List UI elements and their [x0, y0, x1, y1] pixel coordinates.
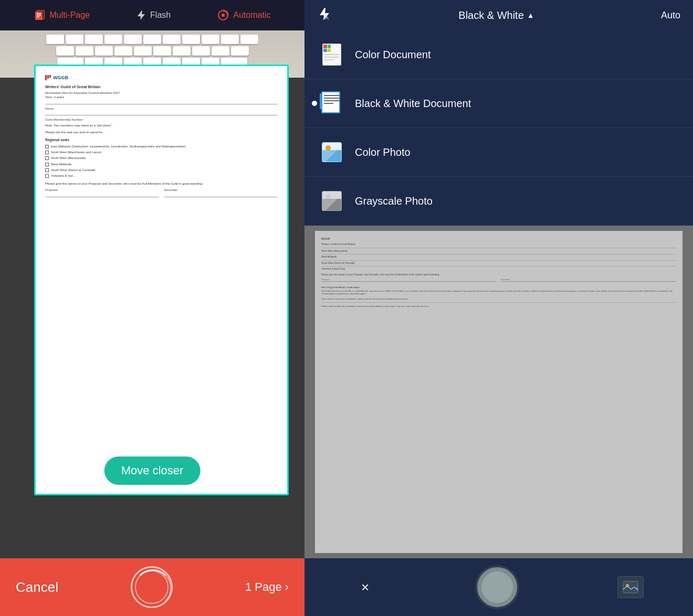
preview-line [321, 266, 676, 267]
document-frame: WGGB Writers' Guild of Great Britain Nom… [34, 65, 289, 495]
preview-declaration-note: If you need to make such a declaration, … [321, 298, 676, 300]
doc-subtitle1: Nomination form for Executive Council el… [45, 91, 278, 95]
membership-line [45, 115, 278, 115]
flash-icon [136, 9, 146, 21]
right-bottom-bar: × [304, 558, 693, 616]
doc-lines [324, 54, 339, 60]
dropdown-options-list: Color Document [304, 30, 693, 226]
cs-blue [323, 49, 327, 52]
capture-arc [134, 569, 172, 607]
page-count-button[interactable]: 1 Page › [245, 580, 289, 594]
option-grayscale-photo-label: Grayscale Photo [355, 195, 433, 207]
mode-title-text: Black & White [458, 9, 523, 22]
doc-logo: WGGB [45, 75, 278, 81]
region-checkbox-5 [45, 168, 49, 172]
key [95, 46, 113, 56]
option-grayscale-photo[interactable]: Grayscale Photo [304, 177, 693, 226]
cs-red [323, 45, 327, 48]
region-row-6: Yorkshire & Nor... [45, 174, 278, 178]
key [240, 35, 258, 44]
preview-line [321, 302, 676, 303]
key [182, 35, 200, 44]
flash-a-icon: A [317, 7, 332, 22]
key [173, 46, 191, 56]
key [212, 46, 229, 56]
camera-panel: WGGB Writers' Guild of Great Britain Nom… [0, 30, 304, 558]
logo-bar [49, 75, 51, 78]
option-color-photo[interactable]: Color Photo [304, 128, 693, 177]
gallery-icon [623, 581, 638, 593]
logo-bar [45, 75, 47, 80]
doc-line [324, 59, 333, 60]
bw-line [324, 103, 333, 104]
key [231, 46, 249, 56]
bw-doc-lines [324, 95, 340, 105]
key [56, 46, 74, 56]
key [143, 35, 161, 44]
auto-label: Auto [661, 10, 680, 21]
key [85, 35, 103, 44]
preview-rule-text: "A Full Member who is in benefit, or a L… [321, 290, 676, 295]
seconder-label: Seconder [164, 188, 278, 192]
cs-yellow [328, 49, 331, 52]
key [104, 35, 122, 44]
flash-button[interactable]: Flash [136, 9, 171, 21]
grayscale-photo-icon [319, 188, 344, 214]
automatic-button[interactable]: Automatic [217, 9, 270, 21]
color-document-icon [319, 42, 344, 67]
logo-bar [47, 75, 49, 79]
key [153, 46, 171, 56]
cs-green [328, 45, 331, 48]
region-checkbox-6 [45, 174, 49, 178]
key [221, 35, 239, 44]
preview-text: West Midlands [321, 256, 676, 259]
multipage-icon [34, 9, 46, 21]
svg-text:A: A [326, 15, 329, 20]
seconder-field: Seconder [164, 188, 278, 199]
capture-inner [135, 570, 169, 604]
capture-button[interactable] [131, 566, 173, 608]
bw-document-icon [319, 91, 344, 116]
key [163, 35, 181, 44]
multipage-button[interactable]: Multi-Page [34, 9, 90, 21]
membership-label: Guild Membership Number [45, 118, 278, 122]
region-row-3: North West (Merseyside) [45, 156, 278, 160]
gallery-button[interactable] [617, 576, 644, 598]
key [192, 46, 210, 56]
bottom-area: Cancel 1 Page › × [0, 558, 693, 616]
key [46, 35, 64, 44]
option-color-document[interactable]: Color Document [304, 30, 693, 79]
mode-title[interactable]: Black & White ▲ [458, 9, 534, 22]
preview-area: WGGB Writers' Guild of Great Britain Nor… [304, 226, 693, 558]
left-bottom-bar: Cancel 1 Page › [0, 558, 304, 616]
region-checkbox-2 [45, 151, 49, 154]
flash-label: Flash [150, 10, 171, 20]
flash-auto-icon[interactable]: A [317, 7, 332, 24]
option-color-photo-label: Color Photo [355, 146, 411, 158]
main-area: WGGB Writers' Guild of Great Britain Nom… [0, 30, 693, 558]
region-label-5: South West (Devon & Cornwall) [51, 168, 96, 172]
option-bw-document[interactable]: Black & White Document [304, 79, 693, 128]
doc-subtitle2: Term: 3 years [45, 95, 278, 99]
preview-text: Yorkshire & North East [321, 268, 676, 271]
region-checkbox-1 [45, 145, 49, 148]
doc-line [324, 57, 339, 58]
option-color-document-label: Color Document [355, 49, 431, 61]
region-row-2: North West (Manchester and Lancs) [45, 150, 278, 154]
preview-paper: WGGB Writers' Guild of Great Britain Nor… [315, 231, 682, 553]
dropdown-panel: Color Document [304, 30, 693, 558]
move-closer-text: Move closer [121, 464, 184, 477]
option-bw-document-label: Black & White Document [355, 98, 471, 110]
name-line [45, 104, 278, 104]
cancel-button[interactable]: Cancel [16, 579, 58, 596]
color-photo-icon [319, 140, 344, 165]
shutter-button[interactable] [475, 565, 519, 609]
top-toolbar: Multi-Page Flash Automatic A Black & [0, 0, 693, 30]
region-label-6: Yorkshire & Nor... [51, 174, 75, 178]
region-row-5: South West (Devon & Cornwall) [45, 168, 278, 172]
selected-indicator [312, 101, 317, 106]
close-button[interactable]: × [354, 576, 377, 599]
region-row-1: East Midlands (Derbyshire, Leicestershir… [45, 144, 278, 148]
region-checkbox-3 [45, 156, 49, 160]
preview-rule: Rule 5.4 (j) of the Writers' Guild state… [321, 286, 676, 289]
